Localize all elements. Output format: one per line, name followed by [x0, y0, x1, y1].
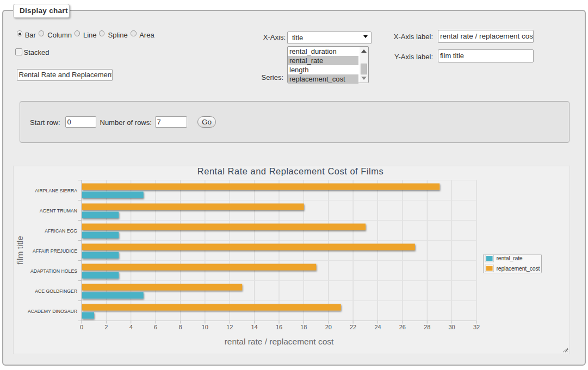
svg-text:12: 12 — [226, 324, 233, 330]
svg-text:ADAPTATION HOLES: ADAPTATION HOLES — [30, 268, 77, 274]
svg-text:4: 4 — [129, 324, 133, 330]
svg-text:AFRICAN EGG: AFRICAN EGG — [45, 228, 77, 234]
svg-text:rental rate / replacement cost: rental rate / replacement cost — [225, 336, 334, 346]
svg-text:replacement_cost: replacement_cost — [497, 265, 540, 271]
svg-text:10: 10 — [202, 324, 208, 330]
svg-text:26: 26 — [399, 324, 406, 330]
svg-text:ACE GOLDFINGER: ACE GOLDFINGER — [35, 289, 77, 294]
svg-text:AFFAIR PREJUDICE: AFFAIR PREJUDICE — [33, 248, 77, 254]
svg-text:0: 0 — [80, 324, 83, 330]
svg-text:film title: film title — [15, 236, 24, 265]
svg-text:24: 24 — [374, 324, 381, 330]
svg-text:2: 2 — [104, 324, 108, 330]
svg-text:16: 16 — [276, 324, 282, 330]
svg-text:32: 32 — [473, 324, 480, 330]
svg-text:rental_rate: rental_rate — [497, 255, 523, 261]
svg-text:22: 22 — [350, 324, 356, 330]
svg-text:8: 8 — [178, 324, 182, 330]
svg-text:28: 28 — [424, 324, 430, 330]
svg-text:AGENT TRUMAN: AGENT TRUMAN — [40, 208, 77, 214]
svg-text:30: 30 — [449, 324, 455, 330]
svg-text:ACADEMY DINOSAUR: ACADEMY DINOSAUR — [28, 309, 77, 314]
svg-text:20: 20 — [325, 324, 332, 330]
svg-text:Rental Rate and Replacement Co: Rental Rate and Replacement Cost of Film… — [197, 166, 383, 175]
svg-text:6: 6 — [154, 324, 157, 330]
svg-text:AIRPLANE SIERRA: AIRPLANE SIERRA — [35, 188, 77, 193]
svg-text:14: 14 — [251, 324, 258, 330]
svg-text:18: 18 — [300, 324, 307, 330]
